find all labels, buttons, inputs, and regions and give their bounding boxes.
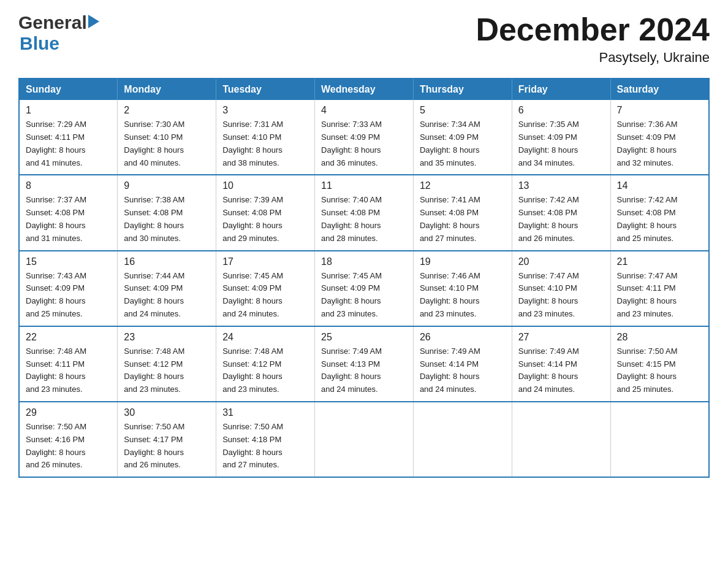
logo-blue-text: Blue <box>20 33 59 53</box>
table-row: 24Sunrise: 7:48 AMSunset: 4:12 PMDayligh… <box>216 326 315 402</box>
day-number: 21 <box>617 256 702 267</box>
day-number: 9 <box>124 180 210 191</box>
calendar-week-row: 8Sunrise: 7:37 AMSunset: 4:08 PMDaylight… <box>19 175 709 250</box>
table-row: 17Sunrise: 7:45 AMSunset: 4:09 PMDayligh… <box>216 251 315 326</box>
table-row: 11Sunrise: 7:40 AMSunset: 4:08 PMDayligh… <box>315 175 414 250</box>
day-number: 31 <box>222 407 308 418</box>
day-info: Sunrise: 7:42 AMSunset: 4:08 PMDaylight:… <box>617 194 702 245</box>
calendar-week-row: 1Sunrise: 7:29 AMSunset: 4:11 PMDaylight… <box>19 100 709 175</box>
table-row <box>610 402 709 477</box>
table-row: 19Sunrise: 7:46 AMSunset: 4:10 PMDayligh… <box>413 251 512 326</box>
col-saturday: Saturday <box>610 79 709 100</box>
day-info: Sunrise: 7:49 AMSunset: 4:14 PMDaylight:… <box>518 345 604 396</box>
day-info: Sunrise: 7:48 AMSunset: 4:12 PMDaylight:… <box>124 345 210 396</box>
day-info: Sunrise: 7:43 AMSunset: 4:09 PMDaylight:… <box>26 270 111 321</box>
day-number: 13 <box>518 180 604 191</box>
day-number: 3 <box>222 105 308 116</box>
calendar-table: Sunday Monday Tuesday Wednesday Thursday… <box>18 78 710 478</box>
table-row: 2Sunrise: 7:30 AMSunset: 4:10 PMDaylight… <box>118 100 216 175</box>
calendar-title: December 2024 <box>476 12 710 47</box>
day-info: Sunrise: 7:39 AMSunset: 4:08 PMDaylight:… <box>222 194 308 245</box>
calendar-header-row: Sunday Monday Tuesday Wednesday Thursday… <box>19 79 709 100</box>
day-info: Sunrise: 7:38 AMSunset: 4:08 PMDaylight:… <box>124 194 210 245</box>
day-number: 27 <box>518 332 604 343</box>
day-number: 26 <box>420 332 506 343</box>
day-number: 4 <box>321 105 407 116</box>
day-number: 6 <box>518 105 604 116</box>
col-sunday: Sunday <box>19 79 118 100</box>
day-number: 28 <box>617 332 702 343</box>
table-row: 10Sunrise: 7:39 AMSunset: 4:08 PMDayligh… <box>216 175 315 250</box>
day-info: Sunrise: 7:50 AMSunset: 4:15 PMDaylight:… <box>617 345 702 396</box>
table-row <box>315 402 414 477</box>
logo-arrow-icon <box>88 15 99 31</box>
table-row: 27Sunrise: 7:49 AMSunset: 4:14 PMDayligh… <box>512 326 610 402</box>
table-row: 6Sunrise: 7:35 AMSunset: 4:09 PMDaylight… <box>512 100 610 175</box>
table-row: 21Sunrise: 7:47 AMSunset: 4:11 PMDayligh… <box>610 251 709 326</box>
table-row: 13Sunrise: 7:42 AMSunset: 4:08 PMDayligh… <box>512 175 610 250</box>
day-info: Sunrise: 7:49 AMSunset: 4:14 PMDaylight:… <box>420 345 506 396</box>
day-info: Sunrise: 7:42 AMSunset: 4:08 PMDaylight:… <box>518 194 604 245</box>
table-row: 18Sunrise: 7:45 AMSunset: 4:09 PMDayligh… <box>315 251 414 326</box>
table-row: 7Sunrise: 7:36 AMSunset: 4:09 PMDaylight… <box>610 100 709 175</box>
day-number: 19 <box>420 256 506 267</box>
day-info: Sunrise: 7:47 AMSunset: 4:11 PMDaylight:… <box>617 270 702 321</box>
table-row: 9Sunrise: 7:38 AMSunset: 4:08 PMDaylight… <box>118 175 216 250</box>
table-row: 8Sunrise: 7:37 AMSunset: 4:08 PMDaylight… <box>19 175 118 250</box>
day-info: Sunrise: 7:48 AMSunset: 4:12 PMDaylight:… <box>222 345 308 396</box>
day-number: 22 <box>26 332 111 343</box>
day-info: Sunrise: 7:48 AMSunset: 4:11 PMDaylight:… <box>26 345 111 396</box>
day-number: 30 <box>124 407 210 418</box>
day-info: Sunrise: 7:49 AMSunset: 4:13 PMDaylight:… <box>321 345 407 396</box>
day-info: Sunrise: 7:45 AMSunset: 4:09 PMDaylight:… <box>321 270 407 321</box>
day-number: 16 <box>124 256 210 267</box>
day-info: Sunrise: 7:29 AMSunset: 4:11 PMDaylight:… <box>26 118 111 169</box>
table-row: 5Sunrise: 7:34 AMSunset: 4:09 PMDaylight… <box>413 100 512 175</box>
table-row: 16Sunrise: 7:44 AMSunset: 4:09 PMDayligh… <box>118 251 216 326</box>
day-info: Sunrise: 7:41 AMSunset: 4:08 PMDaylight:… <box>420 194 506 245</box>
day-info: Sunrise: 7:31 AMSunset: 4:10 PMDaylight:… <box>222 118 308 169</box>
day-info: Sunrise: 7:50 AMSunset: 4:16 PMDaylight:… <box>26 421 111 472</box>
day-info: Sunrise: 7:50 AMSunset: 4:18 PMDaylight:… <box>222 421 308 472</box>
day-number: 23 <box>124 332 210 343</box>
table-row: 29Sunrise: 7:50 AMSunset: 4:16 PMDayligh… <box>19 402 118 477</box>
col-tuesday: Tuesday <box>216 79 315 100</box>
col-wednesday: Wednesday <box>315 79 414 100</box>
table-row: 12Sunrise: 7:41 AMSunset: 4:08 PMDayligh… <box>413 175 512 250</box>
day-number: 1 <box>26 105 111 116</box>
table-row: 3Sunrise: 7:31 AMSunset: 4:10 PMDaylight… <box>216 100 315 175</box>
day-number: 25 <box>321 332 407 343</box>
day-number: 2 <box>124 105 210 116</box>
day-info: Sunrise: 7:47 AMSunset: 4:10 PMDaylight:… <box>518 270 604 321</box>
table-row: 22Sunrise: 7:48 AMSunset: 4:11 PMDayligh… <box>19 326 118 402</box>
day-number: 11 <box>321 180 407 191</box>
day-info: Sunrise: 7:46 AMSunset: 4:10 PMDaylight:… <box>420 270 506 321</box>
day-number: 8 <box>26 180 111 191</box>
table-row <box>413 402 512 477</box>
day-info: Sunrise: 7:34 AMSunset: 4:09 PMDaylight:… <box>420 118 506 169</box>
day-number: 17 <box>222 256 308 267</box>
svg-marker-0 <box>88 15 99 28</box>
table-row: 20Sunrise: 7:47 AMSunset: 4:10 PMDayligh… <box>512 251 610 326</box>
day-number: 15 <box>26 256 111 267</box>
table-row: 14Sunrise: 7:42 AMSunset: 4:08 PMDayligh… <box>610 175 709 250</box>
table-row: 30Sunrise: 7:50 AMSunset: 4:17 PMDayligh… <box>118 402 216 477</box>
title-block: December 2024 Pasytsely, Ukraine <box>476 12 710 66</box>
table-row: 15Sunrise: 7:43 AMSunset: 4:09 PMDayligh… <box>19 251 118 326</box>
page-header: General Blue December 2024 Pasytsely, Uk… <box>18 12 710 66</box>
table-row: 26Sunrise: 7:49 AMSunset: 4:14 PMDayligh… <box>413 326 512 402</box>
day-info: Sunrise: 7:45 AMSunset: 4:09 PMDaylight:… <box>222 270 308 321</box>
calendar-week-row: 22Sunrise: 7:48 AMSunset: 4:11 PMDayligh… <box>19 326 709 402</box>
day-info: Sunrise: 7:33 AMSunset: 4:09 PMDaylight:… <box>321 118 407 169</box>
table-row: 23Sunrise: 7:48 AMSunset: 4:12 PMDayligh… <box>118 326 216 402</box>
day-info: Sunrise: 7:40 AMSunset: 4:08 PMDaylight:… <box>321 194 407 245</box>
day-info: Sunrise: 7:44 AMSunset: 4:09 PMDaylight:… <box>124 270 210 321</box>
col-thursday: Thursday <box>413 79 512 100</box>
day-number: 29 <box>26 407 111 418</box>
table-row: 28Sunrise: 7:50 AMSunset: 4:15 PMDayligh… <box>610 326 709 402</box>
table-row: 4Sunrise: 7:33 AMSunset: 4:09 PMDaylight… <box>315 100 414 175</box>
day-number: 10 <box>222 180 308 191</box>
calendar-subtitle: Pasytsely, Ukraine <box>476 50 710 66</box>
table-row: 31Sunrise: 7:50 AMSunset: 4:18 PMDayligh… <box>216 402 315 477</box>
col-friday: Friday <box>512 79 610 100</box>
